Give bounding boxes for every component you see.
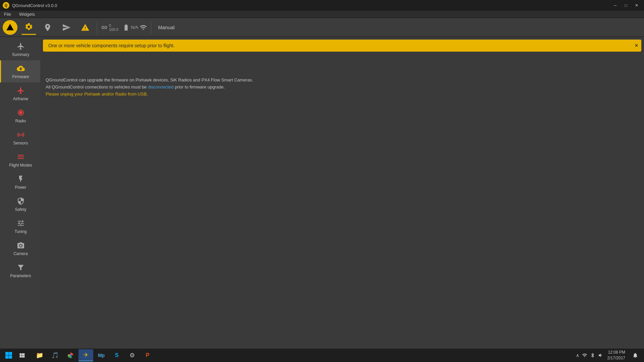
window-controls: ─ □ ✕	[610, 2, 641, 9]
taskbar-qgc[interactable]: ✈	[78, 349, 93, 361]
gear-icon	[24, 22, 33, 31]
start-button[interactable]	[3, 349, 15, 361]
map-button[interactable]	[40, 20, 55, 35]
signal-icon	[140, 24, 147, 31]
wifi-icon	[582, 353, 587, 358]
flight-mode-label: Manual	[158, 24, 174, 30]
close-button[interactable]: ✕	[632, 2, 641, 9]
toolbar-divider-1	[97, 21, 97, 34]
radio-icon	[16, 108, 25, 117]
sidebar-item-firmware[interactable]: Firmware	[0, 60, 40, 82]
firmware-icon	[16, 64, 25, 73]
taskbar-app-settings[interactable]: ⚙	[125, 349, 140, 361]
task-view-button[interactable]	[16, 349, 28, 361]
safety-icon	[16, 196, 25, 206]
taskbar-chrome[interactable]	[63, 349, 78, 361]
title-bar: Q QGroundControl v3.0.0 ─ □ ✕	[0, 0, 644, 11]
svg-point-1	[9, 27, 11, 29]
sidebar-item-parameters[interactable]: Parameters	[0, 259, 40, 282]
power-icon	[16, 174, 25, 184]
taskbar-mp[interactable]: Mp	[94, 349, 109, 361]
notification-button[interactable]	[629, 349, 641, 361]
parameters-icon	[16, 263, 25, 272]
desc-link: disconnected	[148, 84, 174, 89]
desc-before: All QGroundControl connections to vehicl…	[46, 84, 148, 89]
flight-modes-icon	[16, 152, 25, 162]
taskbar-apps: 📁 🎵 ✈ Mp S ⚙	[32, 349, 155, 361]
link-top-value: 0	[109, 23, 118, 27]
sidebar-firmware-label: Firmware	[12, 74, 29, 79]
camera-icon	[16, 241, 25, 250]
title-bar-left: Q QGroundControl v3.0.0	[3, 2, 57, 9]
app-icon: Q	[3, 2, 9, 9]
firmware-desc-line2: All QGroundControl connections to vehicl…	[46, 84, 639, 91]
expand-tray-icon[interactable]: ∧	[576, 353, 579, 358]
taskbar: 📁 🎵 ✈ Mp S ⚙	[0, 349, 644, 362]
taskbar-media[interactable]: 🎵	[48, 349, 62, 361]
menu-widgets[interactable]: Widgets	[18, 11, 36, 17]
alert-close-button[interactable]: ×	[635, 43, 638, 48]
sidebar-item-camera[interactable]: Camera	[0, 237, 40, 259]
link-status: 0 100.0	[101, 23, 118, 32]
fly-button[interactable]	[59, 20, 74, 35]
sidebar: Summary Firmware Airframe	[0, 37, 40, 349]
sidebar-flight-modes-label: Flight Modes	[9, 163, 32, 168]
fly-icon	[62, 23, 71, 32]
settings-button[interactable]	[21, 20, 36, 35]
svg-point-2	[20, 112, 22, 114]
taskbar-explorer[interactable]: 📁	[32, 349, 47, 361]
content-area: FIRMWARE One or more vehicle components …	[40, 37, 644, 349]
bluetooth-icon	[590, 353, 595, 358]
taskbar-ppt[interactable]: P	[140, 349, 155, 361]
svg-point-4	[20, 245, 22, 247]
firmware-desc-line1: QGroundControl can upgrade the firmware …	[46, 77, 639, 84]
taskbar-left: 📁 🎵 ✈ Mp S ⚙	[3, 349, 155, 361]
menu-file[interactable]: File	[3, 11, 12, 17]
link-icon	[101, 24, 108, 31]
sidebar-item-flight-modes[interactable]: Flight Modes	[0, 149, 40, 171]
taskbar-skype[interactable]: S	[109, 349, 124, 361]
link-bottom-value: 100.0	[109, 27, 118, 32]
sidebar-item-sensors[interactable]: Sensors	[0, 127, 40, 149]
alert-banner: One or more vehicle components require s…	[43, 40, 641, 52]
sidebar-item-summary[interactable]: Summary	[0, 38, 40, 60]
sidebar-radio-label: Radio	[15, 119, 26, 123]
app-title: QGroundControl v3.0.0	[12, 3, 57, 8]
clock-date: 2/17/2017	[607, 355, 625, 361]
maximize-button[interactable]: □	[621, 2, 631, 9]
sidebar-camera-label: Camera	[13, 251, 28, 256]
sidebar-sensors-label: Sensors	[13, 141, 28, 145]
sidebar-summary-label: Summary	[12, 52, 29, 57]
alert-message: One or more vehicle components require s…	[48, 43, 175, 48]
sidebar-item-radio[interactable]: Radio	[0, 105, 40, 127]
clock-time: 12:08 PM	[607, 350, 625, 355]
sidebar-power-label: Power	[15, 185, 26, 190]
sidebar-item-power[interactable]: Power	[0, 171, 40, 193]
alert-button[interactable]	[78, 20, 93, 35]
volume-icon	[598, 353, 603, 358]
main-container: Summary Firmware Airframe	[0, 37, 644, 349]
minimize-button[interactable]: ─	[610, 2, 620, 9]
signal-status: N/A	[122, 24, 147, 31]
sidebar-item-tuning[interactable]: Tuning	[0, 215, 40, 237]
taskbar-right: ∧ 12:08 PM 2/17/2017	[576, 349, 641, 361]
menu-bar: File Widgets	[0, 11, 644, 18]
qgc-icon	[6, 23, 14, 32]
sidebar-item-airframe[interactable]: Airframe	[0, 82, 40, 105]
sidebar-parameters-label: Parameters	[10, 274, 31, 278]
toolbar-divider-2	[151, 21, 151, 34]
desc-after: prior to firmware upgrade.	[174, 84, 225, 89]
sidebar-airframe-label: Airframe	[13, 97, 28, 101]
firmware-desc-line3: Please unplug your Pixhawk and/or Radio …	[46, 91, 639, 98]
battery-icon	[122, 24, 130, 31]
battery-value: N/A	[131, 25, 139, 30]
waypoint-icon	[43, 23, 52, 32]
svg-point-3	[20, 134, 21, 135]
tuning-icon	[16, 219, 25, 228]
summary-icon	[16, 42, 25, 51]
sidebar-safety-label: Safety	[15, 207, 26, 212]
sidebar-item-safety[interactable]: Safety	[0, 193, 40, 215]
sidebar-tuning-label: Tuning	[14, 229, 26, 234]
qgc-home-button[interactable]	[3, 20, 17, 35]
toolbar: 0 100.0 N/A Manual	[0, 18, 644, 37]
